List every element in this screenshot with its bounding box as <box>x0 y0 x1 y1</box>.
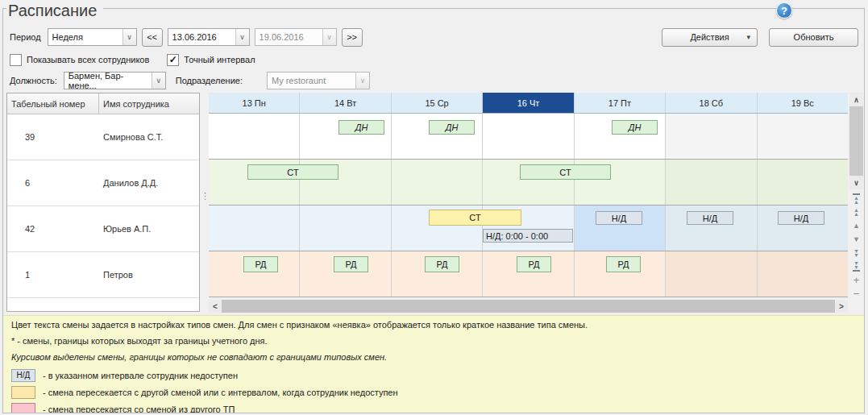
exact-interval-checkbox[interactable]: ✓ <box>167 54 179 66</box>
employee-name: Смирнова С.Т. <box>99 132 163 142</box>
department-value: My restoraunt <box>272 76 326 85</box>
zoom-in-icon[interactable]: + <box>849 274 863 287</box>
day-header-14-Вт[interactable]: 14 Вт <box>300 93 391 113</box>
legend-item-text: - смена пересекается с другой сменой или… <box>43 388 398 397</box>
employee-number: 42 <box>7 224 99 234</box>
scroll-to-bottom-icon[interactable]: ▼▼ <box>849 260 863 273</box>
column-header-number[interactable]: Табельный номер <box>7 93 99 114</box>
shift-block[interactable]: РД <box>606 256 641 272</box>
gantt-cell[interactable] <box>300 205 391 251</box>
day-header-row: 13 Пн14 Вт15 Ср16 Чт17 Пт18 Сб19 Вс <box>209 93 848 114</box>
scroll-left-icon[interactable]: < <box>209 300 222 313</box>
column-header-name[interactable]: Имя сотрудника <box>99 93 199 114</box>
legend-swatch <box>11 386 35 399</box>
zoom-out-icon[interactable]: − <box>849 288 863 301</box>
table-row[interactable]: 39Смирнова С.Т. <box>7 114 199 160</box>
gantt-cell[interactable] <box>209 114 300 159</box>
day-header-16-Чт[interactable]: 16 Чт <box>483 93 574 113</box>
page-up-icon[interactable]: ▲▲ <box>849 205 863 218</box>
position-select[interactable]: Бармен, Бар-мене... ∨ <box>64 72 166 89</box>
chevron-down-icon[interactable]: ∨ <box>123 29 136 45</box>
splitter-handle[interactable]: ⋮ <box>201 193 207 211</box>
page-title: Расписание <box>6 2 103 20</box>
gantt-row-cells <box>209 205 848 251</box>
show-all-employees-label: Показывать всех сотрудников <box>27 55 149 64</box>
period-label: Период <box>10 32 41 42</box>
help-icon[interactable]: ? <box>776 2 792 19</box>
table-row[interactable]: 42Юрьев А.П. <box>7 206 199 252</box>
refresh-button[interactable]: Обновить <box>769 28 858 47</box>
employee-number: 39 <box>7 132 99 142</box>
gantt-cell[interactable] <box>483 114 574 159</box>
shift-block[interactable]: Н/Д <box>596 211 642 225</box>
schedule-gantt: 13 Пн14 Вт15 Ср16 Чт17 Пт18 Сб19 Вс ДНДН… <box>209 93 848 297</box>
gantt-cell[interactable] <box>392 160 483 205</box>
page-down-icon[interactable]: ▼▼ <box>849 247 863 259</box>
day-header-15-Ср[interactable]: 15 Ср <box>392 93 483 113</box>
employee-table: Табельный номер Имя сотрудника 39Смирнов… <box>6 93 200 312</box>
horizontal-scrollbar-thumb[interactable] <box>222 300 835 313</box>
scroll-to-top-icon[interactable]: ▲▲ <box>849 192 863 205</box>
day-header-13-Пн[interactable]: 13 Пн <box>209 93 300 113</box>
employee-table-header: Табельный номер Имя сотрудника <box>7 93 199 114</box>
schedule-window: Расписание ? Период Неделя ∨ << 13.06.20… <box>0 0 868 415</box>
shift-block[interactable]: Н/Д: 0:00 - 0:00 <box>483 229 573 243</box>
shift-block[interactable]: Н/Д <box>687 211 733 225</box>
chevron-down-icon: ∨ <box>322 29 336 45</box>
gantt-cell[interactable] <box>666 251 757 297</box>
gantt-row: РДРДРДРДРД <box>209 251 848 297</box>
next-period-button[interactable]: >> <box>342 28 363 47</box>
day-header-19-Вс[interactable]: 19 Вс <box>758 93 848 113</box>
shift-block[interactable]: ДН <box>612 120 658 135</box>
department-label: Подразделение: <box>176 76 243 85</box>
vertical-scroll-controls: ∧ ∨ ▲▲▲▲▲▼▼▼▼▼+− <box>849 93 863 301</box>
period-value: Неделя <box>52 32 83 42</box>
table-row[interactable]: 6Данилов Д.Д. <box>7 160 199 206</box>
shift-block[interactable]: СТ <box>520 164 611 180</box>
checkbox-toolbar: Показывать всех сотрудников ✓ Точный инт… <box>10 52 858 67</box>
legend-items: Н/Д- в указанном интервале сотрудник нед… <box>11 368 856 413</box>
table-row[interactable]: 1Петров <box>7 252 199 298</box>
shift-block[interactable]: РД <box>517 256 551 272</box>
filter-toolbar: Должность: Бармен, Бар-мене... ∨ Подразд… <box>10 72 858 89</box>
gantt-cell[interactable] <box>209 205 300 251</box>
department-select: My restoraunt ∨ <box>267 72 370 89</box>
row-up-icon[interactable]: ▲ <box>849 219 863 232</box>
shift-block[interactable]: Н/Д <box>778 211 824 225</box>
shift-block[interactable]: СТ <box>247 164 338 180</box>
legend-swatch: Н/Д <box>11 369 35 382</box>
gantt-row: ДНДНДН <box>209 114 848 160</box>
horizontal-scrollbar[interactable]: < > <box>209 300 848 313</box>
legend-note-2: * - смены, границы которых выходят за гр… <box>11 336 856 347</box>
gantt-cell[interactable] <box>666 114 757 159</box>
shift-block[interactable]: РД <box>334 256 368 272</box>
prev-period-button[interactable]: << <box>142 28 163 47</box>
actions-button[interactable]: Действия ▾ <box>662 28 758 47</box>
gantt-body: ДНДНДНСТСТСТН/Д: 0:00 - 0:00Н/ДН/ДН/ДРДР… <box>209 114 848 297</box>
row-down-icon[interactable]: ▼ <box>849 233 863 246</box>
shift-block[interactable]: СТ <box>429 210 521 226</box>
day-header-17-Пт[interactable]: 17 Пт <box>575 93 666 113</box>
employee-table-body: 39Смирнова С.Т.6Данилов Д.Д.42Юрьев А.П.… <box>7 114 199 298</box>
gantt-cell[interactable] <box>758 114 848 159</box>
chevron-down-icon[interactable]: ∨ <box>235 29 249 45</box>
day-header-18-Сб[interactable]: 18 Сб <box>666 93 757 113</box>
period-select[interactable]: Неделя ∨ <box>48 28 137 46</box>
scroll-down-icon[interactable]: ∨ <box>849 176 863 189</box>
gantt-cell[interactable] <box>758 251 848 297</box>
date-to-select: 19.06.2016 ∨ <box>255 28 337 46</box>
shift-block[interactable]: ДН <box>429 120 475 135</box>
chevron-down-icon[interactable]: ∨ <box>152 73 165 89</box>
legend-swatch <box>11 403 35 413</box>
shift-block[interactable]: РД <box>243 256 278 272</box>
scroll-right-icon[interactable]: > <box>835 300 848 313</box>
legend-item-text: - в указанном интервале сотрудник недост… <box>43 371 238 380</box>
scroll-up-icon[interactable]: ∧ <box>849 93 863 106</box>
shift-block[interactable]: ДН <box>338 120 384 135</box>
shift-block[interactable]: РД <box>425 256 459 272</box>
vertical-scrollbar-thumb[interactable] <box>849 106 863 176</box>
date-from-select[interactable]: 13.06.2016 ∨ <box>168 28 250 46</box>
gantt-cell[interactable] <box>666 160 757 205</box>
show-all-employees-checkbox[interactable] <box>10 54 22 66</box>
gantt-cell[interactable] <box>758 160 848 205</box>
